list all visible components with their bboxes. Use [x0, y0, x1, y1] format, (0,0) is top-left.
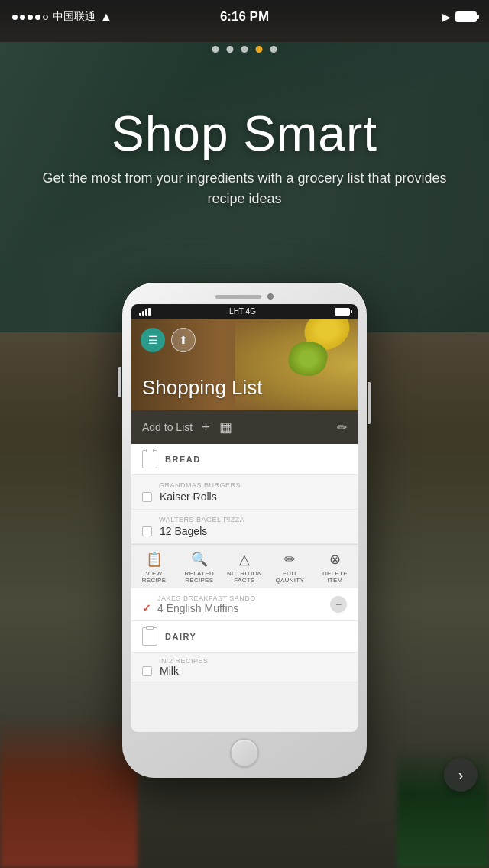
- delete-icon: ⊗: [329, 551, 341, 568]
- english-muffins-left: JAKES BREAKFAST SANDO ✓ 4 English Muffin…: [142, 594, 256, 614]
- status-right: ▶: [442, 11, 477, 23]
- view-recipe-label: VIEWRECIPE: [142, 570, 167, 584]
- bottom-right-decoration: [397, 746, 489, 868]
- kaiser-rolls-item[interactable]: GRANDMAS BURGERS Kaiser Rolls: [131, 475, 358, 510]
- bagels-checkbox[interactable]: [142, 526, 152, 536]
- english-muffins-name: 4 English Muffins: [157, 602, 238, 614]
- signal-dot-2: [20, 15, 25, 20]
- nutrition-icon: △: [239, 551, 250, 568]
- nutrition-facts-button[interactable]: △ NUTRITIONFACTS: [222, 551, 267, 584]
- check-mark-icon: ✓: [142, 602, 151, 614]
- milk-checkbox[interactable]: [142, 666, 152, 676]
- status-bar: 中国联通 ▲ 6:16 PM ▶: [0, 0, 489, 34]
- battery-icon: [455, 11, 477, 22]
- signal-dot-1: [12, 15, 18, 20]
- wifi-icon: ▲: [100, 10, 112, 24]
- related-recipes-button[interactable]: 🔍 RELATEDRECIPES: [176, 551, 222, 584]
- dairy-category: DAIRY: [131, 621, 358, 653]
- kaiser-rolls-name-row: Kaiser Rolls: [142, 491, 347, 503]
- signal-dot-3: [28, 15, 33, 20]
- sig-bar-2: [142, 311, 144, 316]
- phone-screen: LHT 4G ☰ ⬆ Shopping List Add to List +: [131, 304, 358, 732]
- status-time: 6:16 PM: [220, 9, 269, 24]
- inner-signal: [139, 308, 151, 316]
- add-to-list-bar[interactable]: Add to List + ▦ ✏: [131, 410, 358, 444]
- sig-bar-3: [145, 309, 147, 316]
- dairy-category-icon: [142, 627, 157, 646]
- bagels-name: 12 Bagels: [160, 525, 207, 537]
- shopping-list-title: Shopping List: [142, 376, 263, 400]
- edit-label: EDITQAUNITY: [275, 570, 304, 584]
- page-dot-4-active[interactable]: [256, 46, 263, 53]
- milk-name: Milk: [160, 665, 179, 677]
- view-recipe-icon: 📋: [146, 551, 163, 568]
- add-to-list-left: Add to List + ▦: [142, 419, 232, 436]
- home-button[interactable]: [230, 738, 259, 767]
- inner-carrier: LHT 4G: [229, 307, 256, 316]
- milk-item[interactable]: IN 2 RECIPES Milk: [131, 653, 358, 682]
- page-dot-1[interactable]: [212, 46, 219, 53]
- page-dot-2[interactable]: [227, 46, 234, 53]
- delete-label: DELETEITEM: [322, 570, 348, 584]
- kaiser-rolls-name: Kaiser Rolls: [160, 491, 217, 503]
- sig-bar-1: [139, 313, 141, 316]
- inner-status-bar: LHT 4G: [131, 304, 358, 319]
- milk-name-row: Milk: [142, 665, 347, 677]
- kaiser-rolls-source: GRANDMAS BURGERS: [159, 481, 347, 489]
- bread-category-label: BREAD: [165, 455, 201, 464]
- share-button[interactable]: ⬆: [171, 328, 196, 352]
- milk-source: IN 2 RECIPES: [159, 657, 347, 665]
- bread-category: BREAD: [131, 444, 358, 475]
- shopping-list-header: ☰ ⬆ Shopping List: [131, 319, 358, 410]
- signal-dot-5: [43, 15, 48, 20]
- phone-mockup: LHT 4G ☰ ⬆ Shopping List Add to List +: [122, 283, 367, 778]
- bagels-source: WALTERS BAGEL PIZZA: [159, 516, 347, 523]
- bagels-item[interactable]: WALTERS BAGEL PIZZA 12 Bagels: [131, 510, 358, 544]
- phone-outer: LHT 4G ☰ ⬆ Shopping List Add to List +: [122, 283, 367, 778]
- hero-section: Shop Smart Get the most from your ingred…: [0, 107, 489, 209]
- page-dot-5[interactable]: [270, 46, 277, 53]
- barcode-icon[interactable]: ▦: [219, 419, 232, 436]
- related-recipes-icon: 🔍: [191, 551, 208, 568]
- add-to-list-label: Add to List: [142, 421, 193, 433]
- delete-item-button[interactable]: ⊗ DELETEITEM: [313, 551, 358, 584]
- page-dot-3[interactable]: [241, 46, 248, 53]
- inner-battery: [335, 308, 350, 316]
- kaiser-rolls-checkbox[interactable]: [142, 492, 152, 502]
- hero-subtitle: Get the most from your ingredients with …: [0, 168, 489, 209]
- view-recipe-button[interactable]: 📋 VIEWRECIPE: [131, 551, 176, 584]
- related-recipes-label: RELATEDRECIPES: [185, 570, 214, 584]
- sig-bar-4: [148, 308, 151, 316]
- page-dots[interactable]: [212, 46, 277, 53]
- speaker-bar: [215, 295, 261, 299]
- hero-title: Shop Smart: [0, 107, 489, 160]
- action-bar: 📋 VIEWRECIPE 🔍 RELATEDRECIPES △ NUTRITIO…: [131, 544, 358, 588]
- status-left: 中国联通 ▲: [12, 10, 112, 24]
- minus-button[interactable]: −: [330, 596, 347, 613]
- bagels-name-row: 12 Bagels: [142, 525, 347, 537]
- edit-quantity-button[interactable]: ✏ EDITQAUNITY: [267, 551, 313, 584]
- nutrition-label: NUTRITIONFACTS: [227, 570, 262, 584]
- plus-icon[interactable]: +: [202, 419, 210, 436]
- bottom-veggies-decoration: [0, 715, 138, 868]
- signal-dots: [12, 15, 48, 20]
- dairy-category-label: DAIRY: [165, 632, 196, 641]
- nav-next-arrow[interactable]: ›: [444, 758, 478, 792]
- english-muffins-source: JAKES BREAKFAST SANDO: [157, 594, 256, 602]
- location-icon: ▶: [442, 11, 451, 23]
- carrier-label: 中国联通: [53, 10, 96, 24]
- phone-notch: [131, 293, 358, 300]
- menu-button[interactable]: ☰: [141, 328, 165, 352]
- english-muffins-item[interactable]: JAKES BREAKFAST SANDO ✓ 4 English Muffin…: [131, 588, 358, 621]
- header-icons: ☰ ⬆: [141, 328, 196, 352]
- bread-category-icon: [142, 450, 157, 468]
- edit-icon: ✏: [284, 551, 296, 568]
- front-camera: [267, 293, 274, 300]
- signal-dot-4: [35, 15, 40, 20]
- list-content: BREAD GRANDMAS BURGERS Kaiser Rolls WALT…: [131, 444, 358, 682]
- english-muffins-name-row: ✓ 4 English Muffins: [142, 602, 256, 614]
- pencil-icon[interactable]: ✏: [337, 420, 347, 435]
